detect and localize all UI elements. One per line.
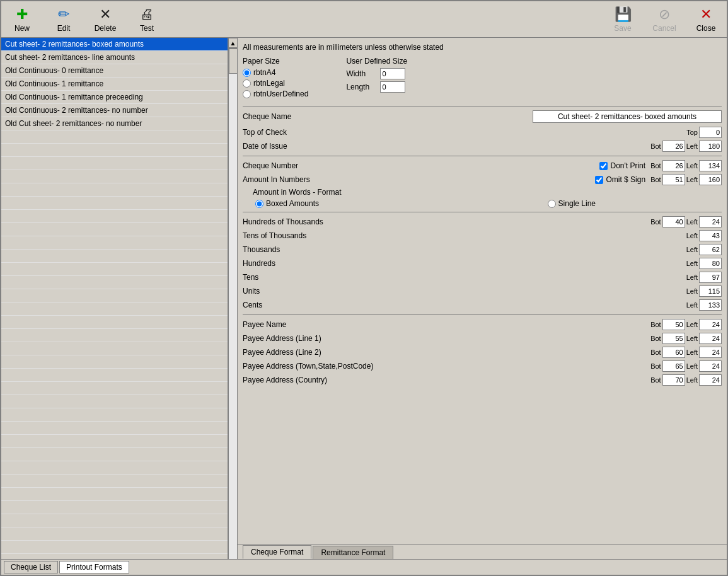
length-input[interactable] (380, 81, 405, 93)
tab-remittance-format[interactable]: Remittance Format (313, 546, 393, 559)
list-item-empty[interactable] (1, 461, 228, 475)
list-item[interactable]: Old Continuous- 1 remittance preceeding (1, 91, 228, 104)
list-item-empty[interactable] (1, 250, 228, 263)
list-item-empty[interactable] (1, 236, 228, 250)
list-item-empty[interactable] (1, 554, 228, 559)
c-left-input[interactable] (699, 299, 722, 311)
cheque-left-input[interactable] (699, 160, 722, 171)
omit-left-input[interactable] (699, 174, 722, 185)
dont-print-checkbox[interactable] (599, 162, 608, 170)
list-item-empty[interactable] (1, 223, 228, 236)
radio-a4-label[interactable]: rbtnA4 (243, 68, 308, 77)
new-button[interactable]: ✚ New (6, 6, 38, 33)
hu-left-input[interactable] (699, 258, 722, 269)
h-bot-input[interactable] (662, 216, 685, 228)
list-item-empty[interactable] (1, 422, 228, 435)
list-item-empty[interactable] (1, 144, 228, 157)
pa4-bot-input[interactable] (662, 374, 685, 386)
list-item-empty[interactable] (1, 514, 228, 527)
list-item-empty[interactable] (1, 355, 228, 369)
pa2-bot-input[interactable] (662, 347, 685, 358)
list-item-empty[interactable] (1, 130, 228, 144)
u-left-input[interactable] (699, 285, 722, 297)
cheque-bot-input[interactable] (662, 160, 685, 171)
pa4-left-input[interactable] (699, 374, 722, 386)
list-item-empty[interactable] (1, 395, 228, 408)
list-item-empty[interactable] (1, 302, 228, 316)
list-item-empty[interactable] (1, 382, 228, 395)
scroll-thumb[interactable] (229, 49, 238, 74)
radio-legal-label[interactable]: rbtnLegal (243, 79, 308, 88)
single-line-radio[interactable] (548, 200, 556, 208)
list-item-empty[interactable] (1, 369, 228, 382)
h-left-input[interactable] (699, 216, 722, 228)
cheque-name-label: Cheque Name (243, 112, 291, 121)
date-left-input[interactable] (699, 141, 722, 152)
width-input[interactable] (380, 68, 405, 79)
list-item-empty[interactable] (1, 210, 228, 223)
test-button[interactable]: 🖨 Test (131, 6, 163, 33)
u-left-label: Left (686, 287, 698, 295)
pa3-left-input[interactable] (699, 360, 722, 372)
radio-legal-input[interactable] (243, 79, 251, 88)
list-item-empty[interactable] (1, 157, 228, 170)
te-left-input[interactable] (699, 272, 722, 283)
list-item[interactable]: Old Continuous- 0 remittance (1, 64, 228, 78)
list-item-empty[interactable] (1, 408, 228, 422)
cancel-label: Cancel (652, 24, 676, 33)
pa3-bot-input[interactable] (662, 360, 685, 372)
list-item[interactable]: Cut sheet- 2 remittances- line amounts (1, 51, 228, 64)
scroll-up-button[interactable]: ▲ (228, 38, 238, 48)
radio-user-label[interactable]: rbtnUserDefined (243, 89, 308, 98)
list-item-empty[interactable] (1, 263, 228, 276)
list-item-empty[interactable] (1, 183, 228, 197)
list-item-empty[interactable] (1, 197, 228, 210)
boxed-amounts-radio-label[interactable]: Boxed Amounts (255, 199, 319, 208)
pn-bot-input[interactable] (662, 319, 685, 330)
list-item-empty[interactable] (1, 342, 228, 355)
edit-button[interactable]: ✏ Edit (48, 6, 79, 33)
pa1-bot-input[interactable] (662, 333, 685, 344)
single-line-radio-label[interactable]: Single Line (548, 199, 596, 208)
list-item-empty[interactable] (1, 435, 228, 448)
top-input[interactable] (699, 127, 722, 138)
pa2-left-input[interactable] (699, 347, 722, 358)
radio-a4-input[interactable] (243, 69, 251, 77)
list-item-empty[interactable] (1, 527, 228, 541)
pn-left-input[interactable] (699, 319, 722, 330)
omit-sign-checkbox[interactable] (595, 176, 603, 184)
pa1-left-input[interactable] (699, 333, 722, 344)
list-item[interactable]: Old Continuous- 2 remittances- no number (1, 104, 228, 117)
date-bot-input[interactable] (662, 141, 685, 152)
boxed-amounts-radio[interactable] (255, 200, 263, 208)
list-item-empty[interactable] (1, 170, 228, 183)
th-left-label: Left (686, 246, 698, 253)
list-item-empty[interactable] (1, 488, 228, 501)
tab-cheque-format[interactable]: Cheque Format (243, 545, 311, 559)
list-item-empty[interactable] (1, 316, 228, 329)
delete-button[interactable]: ✕ Delete (90, 6, 121, 33)
list-item-empty[interactable] (1, 329, 228, 342)
cancel-button[interactable]: ⊘ Cancel (649, 6, 680, 33)
list-item-empty[interactable] (1, 541, 228, 554)
omit-bot-input[interactable] (662, 174, 685, 185)
detail-content: All measurements are in millimeters unle… (238, 38, 727, 544)
list-item-empty[interactable] (1, 276, 228, 289)
list-item-empty[interactable] (1, 501, 228, 514)
tt-left-input[interactable] (699, 230, 722, 241)
list-item-empty[interactable] (1, 475, 228, 488)
list-item-empty[interactable] (1, 289, 228, 302)
close-button[interactable]: ✕ Close (690, 6, 722, 33)
list-item-empty[interactable] (1, 448, 228, 461)
bottom-tab-cheque-list[interactable]: Cheque List (4, 561, 58, 573)
measurement-note: All measurements are in millimeters unle… (243, 43, 722, 52)
save-button[interactable]: 💾 Save (607, 6, 638, 33)
width-label: Width (346, 69, 378, 78)
bottom-tab-printout-formats[interactable]: Printout Formats (59, 561, 129, 573)
list-item[interactable]: Old Continuous- 1 remittance (1, 78, 228, 91)
radio-user-input[interactable] (243, 90, 251, 98)
list-item[interactable]: Old Cut sheet- 2 remittances- no number (1, 117, 228, 130)
te-coord-group: Left (686, 272, 722, 283)
list-item[interactable]: Cut sheet- 2 remittances- boxed amounts (1, 38, 228, 51)
th-left-input[interactable] (699, 244, 722, 255)
